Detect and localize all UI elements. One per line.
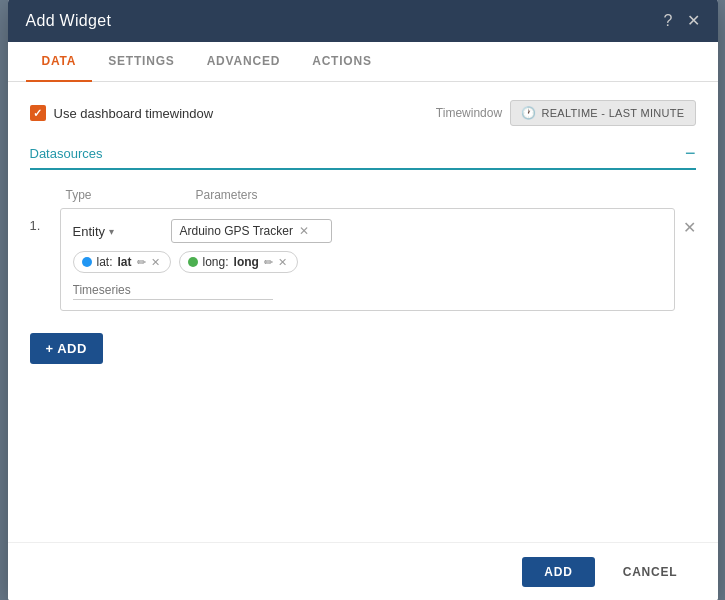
col-params-header: Parameters [196,188,696,202]
tab-actions[interactable]: ACTIONS [296,42,388,82]
add-button[interactable]: ADD [522,557,594,587]
datasource-fields: Entity ▾ Arduino GPS Tracker ✕ [73,219,662,243]
col-type-header: Type [66,188,196,202]
help-icon[interactable]: ? [664,12,673,30]
dialog-header: Add Widget ? ✕ [8,0,718,42]
long-dot [188,257,198,267]
dialog-title: Add Widget [26,12,112,30]
clock-icon: 🕐 [521,106,536,120]
collapse-datasources-icon[interactable]: − [685,144,696,162]
timewindow-label: Timewindow [436,106,502,120]
table-header: Type Parameters [30,184,696,208]
lat-tag: lat: lat ✏ ✕ [73,251,171,273]
datasource-inner: Entity ▾ Arduino GPS Tracker ✕ lat: lat [60,208,675,311]
timewindow-row: Use dashboard timewindow Timewindow 🕐 RE… [30,100,696,126]
timewindow-checkbox[interactable] [30,105,46,121]
close-icon[interactable]: ✕ [687,11,700,30]
tab-bar: DATA SETTINGS ADVANCED ACTIONS [8,42,718,82]
dialog-body: Use dashboard timewindow Timewindow 🕐 RE… [8,82,718,542]
long-key: long [234,255,259,269]
entity-type-select[interactable]: Entity ▾ [73,224,163,239]
lat-label: lat: [97,255,113,269]
long-label: long: [203,255,229,269]
lat-edit-icon[interactable]: ✏ [137,256,146,269]
lat-dot [82,257,92,267]
datasource-row: 1. Entity ▾ Arduino GPS Tracker ✕ [30,208,696,311]
dialog-footer: ADD CANCEL [8,542,718,600]
tab-data[interactable]: DATA [26,42,93,82]
header-icons: ? ✕ [664,11,700,30]
tab-settings[interactable]: SETTINGS [92,42,190,82]
lat-key: lat [118,255,132,269]
cancel-button[interactable]: CANCEL [605,557,696,587]
clear-entity-icon[interactable]: ✕ [299,224,309,238]
row-number: 1. [30,208,60,233]
tab-advanced[interactable]: ADVANCED [191,42,297,82]
long-remove-icon[interactable]: ✕ [278,256,287,269]
use-timewindow-label[interactable]: Use dashboard timewindow [30,105,214,121]
chevron-down-icon: ▾ [109,226,114,237]
timewindow-button[interactable]: 🕐 REALTIME - LAST MINUTE [510,100,695,126]
entity-input-field[interactable]: Arduino GPS Tracker ✕ [171,219,332,243]
add-datasource-button[interactable]: + ADD [30,333,103,364]
delete-row-icon[interactable]: ✕ [675,208,696,237]
datasources-section-header: Datasources − [30,144,696,170]
timewindow-right: Timewindow 🕐 REALTIME - LAST MINUTE [436,100,696,126]
tags-row: lat: lat ✏ ✕ long: long ✏ ✕ [73,251,662,273]
long-tag: long: long ✏ ✕ [179,251,298,273]
lat-remove-icon[interactable]: ✕ [151,256,160,269]
timeseries-input[interactable] [73,281,273,300]
add-widget-dialog: Add Widget ? ✕ DATA SETTINGS ADVANCED AC… [8,0,718,600]
long-edit-icon[interactable]: ✏ [264,256,273,269]
